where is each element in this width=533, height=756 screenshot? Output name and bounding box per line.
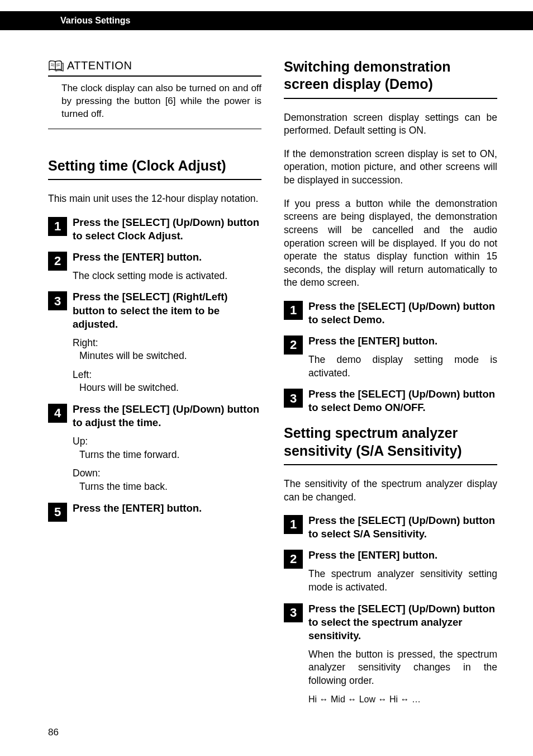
step-number: 4 — [48, 404, 67, 423]
step-heading: Press the [SELECT] (Up/Down) button to s… — [73, 216, 261, 243]
step-row: 2 Press the [ENTER] button. The clock se… — [48, 251, 261, 283]
step-heading: Press the [SELECT] (Right/Left) button t… — [73, 290, 261, 330]
sub-label: Up: — [73, 435, 261, 448]
page-content: ATTENTION The clock display can also be … — [0, 30, 533, 711]
attention-title: ATTENTION — [67, 58, 132, 73]
sub-detail: Turns the time back. — [73, 480, 261, 494]
step-number: 3 — [284, 389, 303, 408]
step-row: 2 Press the [ENTER] button. The demo dis… — [284, 334, 497, 380]
step-number: 1 — [48, 217, 67, 236]
step-para: When the button is pressed, the spectrum… — [308, 648, 497, 688]
step-para: The demo display setting mode is activat… — [308, 353, 497, 380]
step-row: 4 Press the [SELECT] (Up/Down) button to… — [48, 403, 261, 494]
step-heading: Press the [ENTER] button. — [73, 502, 261, 515]
sensitivity-cycle: Hi ↔ Mid ↔ Low ↔ Hi ↔ … — [308, 693, 497, 706]
step-heading: Press the [SELECT] (Up/Down) button to s… — [308, 514, 497, 541]
step-body: Press the [SELECT] (Right/Left) button t… — [73, 290, 261, 395]
clock-intro: This main unit uses the 12-hour display … — [48, 192, 261, 206]
header-section-label: Various Settings — [60, 15, 130, 27]
page-number: 86 — [48, 726, 59, 739]
step-heading: Press the [SELECT] (Up/Down) button to s… — [308, 300, 497, 327]
sub-label: Down: — [73, 467, 261, 480]
sub-detail: Hours will be switched. — [73, 381, 261, 395]
demo-intro-2: If the demonstration screen display is s… — [284, 148, 497, 187]
step-row: 5 Press the [ENTER] button. — [48, 502, 261, 522]
open-book-icon — [48, 60, 64, 72]
attention-body: The clock display can also be turned on … — [48, 77, 261, 129]
step-number: 5 — [48, 503, 67, 522]
step-body: Press the [ENTER] button. The demo displ… — [308, 334, 497, 380]
sub-detail: Turns the time forward. — [73, 448, 261, 462]
step-number: 2 — [284, 550, 303, 569]
step-number: 2 — [284, 336, 303, 355]
demo-intro-1: Demonstration screen display settings ca… — [284, 111, 497, 138]
step-heading: Press the [SELECT] (Up/Down) button to s… — [308, 388, 497, 414]
attention-block: ATTENTION The clock display can also be … — [48, 58, 261, 129]
step-heading: Press the [ENTER] button. — [308, 549, 497, 562]
step-body: Press the [ENTER] button. — [73, 502, 261, 522]
sa-intro: The sensitivity of the spectrum analyzer… — [284, 478, 497, 504]
step-body: Press the [ENTER] button. The clock sett… — [73, 251, 261, 283]
step-body: Press the [SELECT] (Up/Down) button to s… — [308, 514, 497, 541]
step-body: Press the [SELECT] (Up/Down) button to s… — [308, 602, 497, 706]
step-body: Press the [SELECT] (Up/Down) button to s… — [73, 216, 261, 243]
left-column: ATTENTION The clock display can also be … — [48, 58, 261, 711]
step-body: Press the [SELECT] (Up/Down) button to s… — [308, 300, 497, 327]
step-row: 3 Press the [SELECT] (Up/Down) button to… — [284, 602, 497, 706]
step-body: Press the [SELECT] (Up/Down) button to s… — [308, 388, 497, 414]
step-number: 3 — [284, 603, 303, 622]
step-para: The clock setting mode is activated. — [73, 270, 261, 283]
step-row: 2 Press the [ENTER] button. The spectrum… — [284, 549, 497, 594]
step-para: The spectrum analyzer sensitivity settin… — [308, 568, 497, 594]
step-row: 1 Press the [SELECT] (Up/Down) button to… — [284, 514, 497, 541]
section-title-demo: Switching demonstration screen display (… — [284, 58, 497, 99]
attention-header: ATTENTION — [48, 58, 261, 77]
section-title-sa: Setting spectrum analyzer sensitivity (S… — [284, 424, 497, 465]
step-row: 1 Press the [SELECT] (Up/Down) button to… — [48, 216, 261, 243]
step-heading: Press the [ENTER] button. — [73, 251, 261, 264]
sub-label: Right: — [73, 337, 261, 350]
step-number: 2 — [48, 252, 67, 271]
step-row: 3 Press the [SELECT] (Right/Left) button… — [48, 290, 261, 395]
step-row: 3 Press the [SELECT] (Up/Down) button to… — [284, 388, 497, 414]
header-bar: Various Settings — [0, 11, 533, 30]
step-body: Press the [SELECT] (Up/Down) button to a… — [73, 403, 261, 494]
right-column: Switching demonstration screen display (… — [284, 58, 497, 711]
step-heading: Press the [SELECT] (Up/Down) button to s… — [308, 602, 497, 642]
step-number: 3 — [48, 291, 67, 310]
step-heading: Press the [SELECT] (Up/Down) button to a… — [73, 403, 261, 429]
step-row: 1 Press the [SELECT] (Up/Down) button to… — [284, 300, 497, 327]
step-number: 1 — [284, 301, 303, 320]
step-body: Press the [ENTER] button. The spectrum a… — [308, 549, 497, 594]
sub-label: Left: — [73, 368, 261, 382]
demo-intro-3: If you press a button while the demonstr… — [284, 197, 497, 290]
sub-detail: Minutes will be switched. — [73, 349, 261, 363]
section-title-clock: Setting time (Clock Adjust) — [48, 157, 261, 180]
step-number: 1 — [284, 515, 303, 534]
step-heading: Press the [ENTER] button. — [308, 334, 497, 348]
